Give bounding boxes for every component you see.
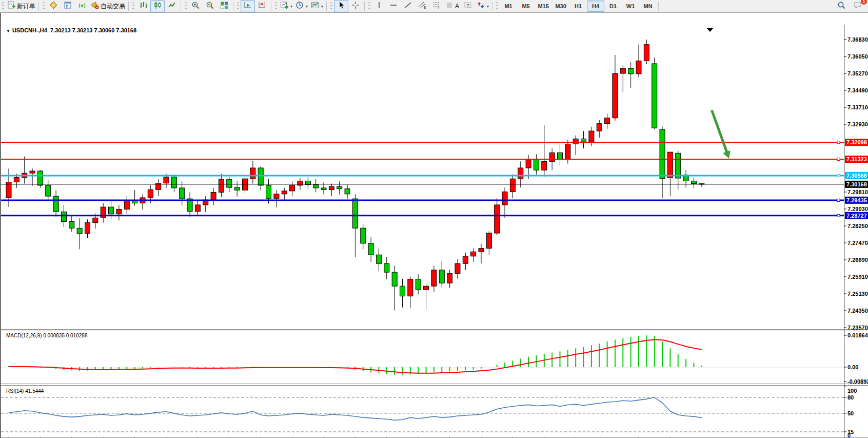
- candle: [132, 190, 137, 205]
- candle: [352, 194, 358, 257]
- zoom-in-icon: [191, 1, 200, 12]
- toolbar-grip[interactable]: [330, 2, 332, 10]
- navigator-button[interactable]: [75, 0, 89, 12]
- zoom-out-icon: [206, 1, 214, 12]
- arrows-button[interactable]: ▾: [475, 0, 490, 12]
- auto-scroll-button[interactable]: [241, 0, 255, 12]
- new-order-label: 新订单: [17, 2, 35, 11]
- svg-text:0.00: 0.00: [847, 364, 858, 370]
- chart-shift-marker[interactable]: [706, 28, 714, 32]
- horizontal-line-7.30168[interactable]: 7.30168: [1, 181, 868, 188]
- toolbar-grip[interactable]: [132, 2, 134, 10]
- vline-button[interactable]: [372, 0, 386, 12]
- svg-text:7.34490: 7.34490: [847, 87, 868, 93]
- toolbar-grip[interactable]: [185, 2, 187, 10]
- timeframe-m1-button[interactable]: M1: [500, 1, 517, 12]
- svg-text:7.27470: 7.27470: [847, 240, 868, 246]
- new-chart-dropdown-caret[interactable]: ▾: [290, 4, 292, 9]
- rsi-indicator-label: RSI(14) 41.5444: [6, 388, 44, 394]
- period-dropdown-caret[interactable]: ▾: [306, 4, 308, 9]
- fibonacci-button[interactable]: F: [429, 0, 444, 12]
- timeframe-d1-button[interactable]: D1: [604, 1, 622, 12]
- chart-shift-button[interactable]: [255, 0, 269, 12]
- candle: [258, 166, 263, 191]
- svg-text:7.26690: 7.26690: [847, 257, 868, 263]
- chart-line-button[interactable]: [165, 0, 179, 12]
- data-window-icon: [64, 1, 72, 12]
- candle: [660, 127, 665, 199]
- macd-pane: 0.0186410.00-0.008934: [1, 332, 868, 385]
- text-label-button[interactable]: T: [461, 0, 475, 12]
- market-watch-icon: [49, 1, 58, 12]
- candle: [581, 131, 586, 148]
- toolbar-grip[interactable]: [275, 2, 277, 10]
- candle: [329, 184, 334, 197]
- svg-text:0: 0: [847, 432, 851, 438]
- search-button[interactable]: [834, 0, 849, 12]
- candle: [431, 265, 437, 292]
- zoom-in-button[interactable]: [188, 0, 203, 12]
- market-watch-button[interactable]: [46, 0, 61, 12]
- chart-bars-button[interactable]: [136, 0, 150, 12]
- text-a-button[interactable]: A: [444, 0, 461, 12]
- candle: [211, 188, 216, 205]
- crosshair-button[interactable]: [348, 0, 363, 12]
- candle: [69, 215, 74, 232]
- new-order-button[interactable]: 新订单: [6, 0, 37, 12]
- timeframe-mn-button[interactable]: MN: [639, 1, 657, 12]
- toolbar-grip[interactable]: [237, 2, 239, 10]
- trendline-icon: [404, 1, 412, 12]
- candle: [313, 179, 319, 192]
- horizontal-line-7.29435[interactable]: 7.29435: [1, 197, 868, 204]
- toolbar-grip[interactable]: [2, 2, 4, 10]
- candle: [471, 249, 476, 262]
- svg-text:7.32098: 7.32098: [846, 139, 867, 145]
- timeframe-h4-button[interactable]: H4: [587, 1, 604, 12]
- candle: [376, 249, 381, 271]
- zoom-out-button[interactable]: [203, 0, 217, 12]
- svg-text:7.30168: 7.30168: [846, 181, 867, 187]
- drawn-arrow-annotation[interactable]: [712, 110, 730, 159]
- chart-candles-button[interactable]: [150, 0, 165, 12]
- candle: [455, 259, 460, 279]
- svg-text:7.30568: 7.30568: [846, 173, 867, 179]
- chart-menu-collapse-icon[interactable]: ▼: [6, 29, 10, 33]
- trendline-button[interactable]: [401, 0, 415, 12]
- horizontal-line-7.30568[interactable]: 7.30568: [1, 172, 868, 179]
- toolbar-grip[interactable]: [496, 2, 498, 10]
- chart-candles-icon: [153, 1, 162, 12]
- candle: [22, 157, 27, 184]
- chat-button[interactable]: 1: [851, 0, 865, 12]
- horizontal-line-7.31323[interactable]: 7.31323: [1, 156, 868, 163]
- autotrade-button[interactable]: 自动交易: [89, 0, 127, 12]
- toolbar-grip[interactable]: [368, 2, 370, 10]
- horizontal-line-7.28727[interactable]: 7.28727: [1, 212, 868, 219]
- candle: [368, 237, 373, 261]
- template-icon: [311, 1, 320, 12]
- timeframe-m15-button[interactable]: M15: [535, 1, 552, 12]
- timeframe-m5-button[interactable]: M5: [517, 1, 535, 12]
- timeframe-w1-button[interactable]: W1: [622, 1, 639, 12]
- candle: [605, 113, 610, 129]
- chart-line-icon: [168, 1, 176, 12]
- svg-text:7.28727: 7.28727: [846, 213, 867, 219]
- template-button[interactable]: ▾: [309, 0, 325, 12]
- hline-button[interactable]: [386, 0, 401, 12]
- new-chart-button[interactable]: ▾: [279, 0, 294, 12]
- toolbar-grip[interactable]: [43, 2, 45, 10]
- tile-windows-button[interactable]: [217, 0, 231, 12]
- timeframe-h1-button[interactable]: H1: [569, 1, 587, 12]
- arrows-dropdown-caret[interactable]: ▾: [487, 4, 489, 9]
- text-a-icon: [445, 1, 454, 12]
- period-button[interactable]: ▾: [294, 0, 309, 12]
- template-dropdown-caret[interactable]: ▾: [321, 4, 323, 9]
- autotrade-icon: [91, 1, 100, 12]
- channel-button[interactable]: E: [415, 0, 429, 12]
- cursor-button[interactable]: [334, 0, 348, 12]
- candle: [447, 270, 452, 288]
- data-window-button[interactable]: [61, 0, 75, 12]
- timeframe-m30-button[interactable]: M30: [552, 1, 569, 12]
- candle: [644, 40, 649, 64]
- cursor-icon: [337, 1, 346, 12]
- horizontal-line-7.32098[interactable]: 7.32098: [1, 139, 868, 146]
